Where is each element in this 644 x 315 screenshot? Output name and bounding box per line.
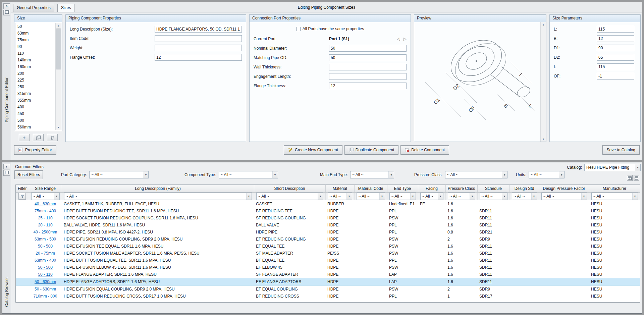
pin-catalog-button[interactable] (3, 170, 10, 176)
catalog-combo[interactable]: Hesu HDPE Pipe Fitting▼ (584, 164, 641, 171)
size-range-link[interactable]: 50 - 630mm (35, 287, 56, 292)
scroll-up-icon[interactable]: ▲ (56, 23, 61, 28)
filter-funnel-button[interactable] (18, 193, 26, 200)
catalog-row[interactable]: 75mm - 400HDPE BUTT FUSION REDUCING TEE,… (16, 207, 640, 214)
column-filter-combo[interactable]: ~ All ~▼ (512, 193, 537, 200)
column-header[interactable]: Manufacturer (589, 185, 640, 193)
matching-pipe-od-input[interactable] (329, 54, 407, 61)
flange-thickness-input[interactable] (329, 83, 407, 89)
create-new-component-button[interactable]: Create New Component (284, 145, 342, 155)
wall-thickness-input[interactable] (329, 64, 407, 70)
size-list-item[interactable]: 140mm (15, 57, 55, 63)
column-header[interactable]: Size Range (29, 185, 62, 193)
column-header[interactable]: Material (325, 185, 354, 193)
column-header[interactable]: Short Description (254, 185, 325, 193)
part-category-combo[interactable]: ~ All ~▼ (89, 171, 149, 178)
param-of-input[interactable] (597, 73, 634, 80)
size-list-item[interactable]: 90 (15, 43, 55, 50)
main-end-type-combo[interactable]: ~ All ~▼ (350, 171, 394, 178)
catalog-row[interactable]: 50 - 630mmHDPE FLANGE ADAPTORS, SDR11 1.… (16, 278, 640, 285)
column-header[interactable]: Design Std (509, 185, 539, 193)
param-l-input[interactable] (597, 26, 634, 33)
scroll-up-icon[interactable]: ▲ (541, 22, 546, 27)
column-filter-combo[interactable]: ~ All ~▼ (420, 193, 443, 200)
size-range-link[interactable]: 75mm - 400 (35, 209, 56, 213)
size-list-item[interactable]: 450 (15, 110, 55, 117)
pressure-class-combo[interactable]: ~ All ~▼ (445, 171, 507, 178)
catalog-row[interactable]: 50 - 630mmHDPE E-FUSION EQUAL COUPLING, … (16, 285, 640, 293)
pin-editor-button[interactable] (3, 10, 10, 15)
column-filter-combo[interactable]: ~ All ~▼ (480, 193, 507, 200)
item-code-input[interactable] (155, 35, 242, 42)
column-header[interactable]: Long Description (Family) (62, 185, 254, 193)
size-list-item[interactable]: 250 (15, 84, 55, 90)
size-list-item[interactable]: 75mm (15, 37, 55, 43)
column-filter-combo[interactable]: ~ All ~▼ (448, 193, 475, 200)
param-d2-input[interactable] (597, 54, 634, 61)
catalog-row[interactable]: 63mm - 400HDPE BUTT FUSION EQUAL TEE, SD… (16, 257, 640, 264)
size-range-link[interactable]: 710mm - 800 (34, 294, 57, 299)
delete-component-button[interactable]: Delete Component (400, 145, 449, 155)
param-i-input[interactable] (597, 63, 634, 70)
size-range-link[interactable]: 63mm - 500 (35, 237, 56, 242)
catalog-row[interactable]: 20 - 75mmHDPE SOCKET FUSION MALE ADAPTER… (16, 250, 640, 257)
column-header[interactable]: Design Pressure Factor (539, 185, 589, 193)
catalog-row[interactable]: 20 - 110BALL VALVE, HDPE, SDR11 1.6 MPA,… (16, 221, 640, 228)
view-toggle-right-button[interactable] (634, 175, 639, 181)
add-size-button[interactable]: + (19, 134, 30, 141)
column-header[interactable]: Schedule (477, 185, 509, 193)
units-combo[interactable]: ~ All ~▼ (529, 171, 565, 178)
column-header[interactable]: End Type (387, 185, 418, 193)
scroll-down-icon[interactable]: ▼ (541, 137, 546, 142)
catalog-row[interactable]: 40 - 2500mmHDPE PIPE, SDR21 0.8 MPA, ISO… (16, 228, 640, 235)
component-type-combo[interactable]: ~ All ~▼ (219, 171, 278, 178)
param-b-input[interactable] (597, 35, 634, 42)
size-range-link[interactable]: 40 - 630mm (35, 202, 56, 206)
size-list-item[interactable]: 560mm (15, 124, 55, 130)
catalog-row[interactable]: 63mm - 500HDPE E-FUSION REDUCING COUPLIN… (16, 235, 640, 243)
scroll-thumb[interactable] (56, 29, 61, 69)
long-description-input[interactable] (155, 26, 242, 33)
param-d1-input[interactable] (597, 45, 634, 51)
column-filter-combo[interactable]: ~ All ~▼ (31, 193, 60, 200)
duplicate-size-button[interactable] (33, 134, 44, 141)
weight-input[interactable] (155, 45, 242, 51)
size-list-item[interactable]: 315mm (15, 90, 55, 97)
column-filter-combo[interactable]: ~ All ~▼ (541, 193, 587, 200)
delete-size-button[interactable] (47, 134, 58, 141)
size-range-link[interactable]: 50 - 630mm (35, 279, 56, 284)
view-toggle-left-button[interactable] (627, 175, 633, 181)
catalog-row[interactable]: 50 - 110HDPE FLANGE ADAPTER, SDR11 1.6 M… (16, 271, 640, 278)
column-filter-combo[interactable]: ~ All ~▼ (357, 193, 385, 200)
column-filter-combo[interactable]: ~ All ~▼ (591, 193, 638, 200)
column-header[interactable]: Material Code (354, 185, 387, 193)
column-header[interactable]: Pressure Class (445, 185, 477, 193)
size-list-item[interactable]: 200 (15, 70, 55, 77)
scroll-down-icon[interactable]: ▼ (56, 125, 61, 130)
column-filter-combo[interactable]: ~ All ~▼ (256, 193, 323, 200)
collapse-catalog-button[interactable]: » (3, 164, 10, 169)
previous-port-button[interactable]: ◁ (397, 37, 400, 41)
column-header[interactable]: Filter (16, 185, 29, 193)
catalog-row[interactable]: 25 - 110HDPE SOCKET FUSION REDUCING COUP… (16, 214, 640, 221)
size-list-item[interactable]: 110 (15, 50, 55, 57)
collapse-editor-button[interactable]: » (3, 3, 10, 9)
size-list-item[interactable]: 500 (15, 117, 55, 124)
column-filter-combo[interactable]: ~ All ~▼ (389, 193, 416, 200)
size-range-link[interactable]: 40 - 2500mm (34, 230, 57, 234)
next-port-button[interactable]: ▷ (404, 37, 407, 41)
tab-sizes[interactable]: Sizes (57, 4, 74, 12)
size-list-scrollbar[interactable]: ▲ ▼ (55, 23, 61, 130)
column-filter-combo[interactable]: ~ All ~▼ (64, 193, 252, 200)
all-ports-same-checkbox[interactable] (296, 27, 301, 31)
preview-scrollbar[interactable]: ▲ ▼ (540, 22, 546, 142)
size-range-link[interactable]: 50 - 500 (38, 244, 53, 249)
size-list-item[interactable]: 50 (15, 23, 55, 30)
property-editor-button[interactable]: Property Editor (14, 145, 56, 155)
column-header[interactable]: Facing (418, 185, 445, 193)
flange-offset-input[interactable] (155, 54, 242, 61)
size-list-item[interactable]: 225 (15, 77, 55, 84)
size-range-link[interactable]: 50 - 500 (38, 265, 53, 270)
size-range-link[interactable]: 63mm - 400 (35, 258, 56, 263)
reset-filters-button[interactable]: Reset Filters (14, 170, 43, 179)
